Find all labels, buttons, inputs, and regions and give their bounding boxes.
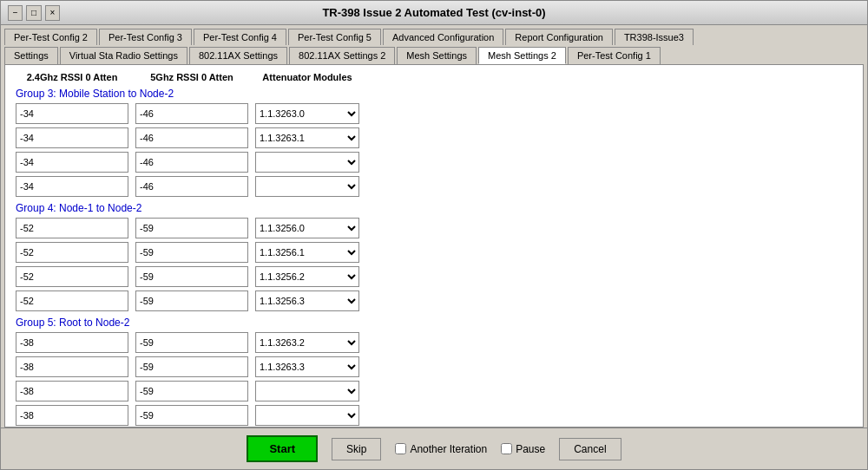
g5-r1-atten2[interactable] [135,332,248,353]
tab-virtual-sta-radio-settings[interactable]: Virtual Sta Radio Settings [60,47,187,64]
column-headers: 2.4Ghz RSSI 0 Atten 5Ghz RSSI 0 Atten At… [16,72,852,82]
start-button[interactable]: Start [247,435,318,462]
tab-mesh-settings-2[interactable]: Mesh Settings 2 [478,47,566,64]
table-row: 1.1.3263.0 [16,176,852,197]
g3-r4-module[interactable]: 1.1.3263.0 [255,176,359,197]
tab-per-test-config-5[interactable]: Per-Test Config 5 [288,29,381,45]
table-row: 1.1.3256.2 1.1.3256.0 1.1.3256.1 1.1.325… [16,266,852,287]
tabs-row1: Per-Test Config 2 Per-Test Config 3 Per-… [1,25,867,45]
close-button[interactable]: × [45,5,60,21]
g5-r3-module[interactable]: 1.1.3263.0 [255,381,359,401]
g5-r4-atten2[interactable] [135,405,248,426]
group5-label: Group 5: Root to Node-2 [16,317,852,329]
g4-r1-module[interactable]: 1.1.3256.0 1.1.3256.1 1.1.3256.2 1.1.325… [255,218,359,238]
tab-content: 2.4Ghz RSSI 0 Atten 5Ghz RSSI 0 Atten At… [4,64,864,428]
pause-label: Pause [501,443,545,455]
g3-r3-atten2[interactable] [135,152,248,173]
tab-80211ax-settings-2[interactable]: 802.11AX Settings 2 [289,47,395,64]
tab-report-configuration[interactable]: Report Configuration [505,29,613,45]
tab-per-test-config-4[interactable]: Per-Test Config 4 [194,29,286,45]
tab-settings[interactable]: Settings [4,47,58,64]
maximize-button[interactable]: □ [26,5,41,21]
g4-r4-atten2[interactable] [135,290,248,311]
g4-r2-atten2[interactable] [135,242,248,263]
table-row: 1.1.3263.2 1.1.3263.0 1.1.3263.1 1.1.326… [16,332,852,353]
g4-r2-atten1[interactable] [16,242,128,263]
g4-r3-module[interactable]: 1.1.3256.2 1.1.3256.0 1.1.3256.1 1.1.325… [255,266,359,287]
g4-r3-atten1[interactable] [16,266,128,287]
table-row: 1.1.3256.1 1.1.3256.0 1.1.3256.2 1.1.325… [16,242,852,263]
g5-r4-atten1[interactable] [16,405,128,426]
table-row: 1.1.3263.0 1.1.3263.1 1.1.3263.2 1.1.326… [16,103,852,124]
group3-label: Group 3: Mobile Station to Node-2 [16,88,852,100]
g4-r1-atten2[interactable] [135,218,248,238]
minimize-button[interactable]: − [8,5,23,21]
table-row: 1.1.3263.0 [16,381,852,401]
g4-r1-atten1[interactable] [16,218,128,238]
col-header-2: 5Ghz RSSI 0 Atten [135,72,248,82]
col-header-1: 2.4Ghz RSSI 0 Atten [16,72,128,82]
g5-r1-module[interactable]: 1.1.3263.2 1.1.3263.0 1.1.3263.1 1.1.326… [255,332,359,353]
g4-r4-atten1[interactable] [16,290,128,311]
window-title: TR-398 Issue 2 Automated Test (cv-inst-0… [60,6,808,19]
another-iteration-checkbox[interactable] [395,443,406,454]
g5-r2-atten1[interactable] [16,356,128,377]
skip-button[interactable]: Skip [332,438,381,460]
tab-per-test-config-3[interactable]: Per-Test Config 3 [99,29,192,45]
g4-r3-atten2[interactable] [135,266,248,287]
tabs-row2: Settings Virtual Sta Radio Settings 802.… [1,45,867,64]
tab-80211ax-settings[interactable]: 802.11AX Settings [189,47,287,64]
title-bar: − □ × TR-398 Issue 2 Automated Test (cv-… [1,1,867,25]
table-row: 1.1.3256.3 1.1.3256.0 1.1.3256.1 1.1.325… [16,290,852,311]
g3-r4-atten1[interactable] [16,176,128,197]
g5-r4-module[interactable]: 1.1.3263.0 [255,405,359,426]
g3-r2-module[interactable]: 1.1.3263.1 1.1.3263.0 1.1.3263.2 1.1.326… [255,127,359,148]
bottom-bar: Start Skip Another Iteration Pause Cance… [1,428,867,469]
g5-r3-atten1[interactable] [16,381,128,401]
another-iteration-label: Another Iteration [395,443,487,455]
pause-checkbox[interactable] [501,443,512,454]
g3-r4-atten2[interactable] [135,176,248,197]
g5-r2-module[interactable]: 1.1.3263.3 1.1.3263.0 1.1.3263.1 1.1.326… [255,356,359,377]
g3-r3-module[interactable]: 1.1.3263.0 [255,152,359,173]
col-header-3: Attenuator Modules [255,72,359,82]
g5-r1-atten1[interactable] [16,332,128,353]
table-row: 1.1.3263.0 [16,152,852,173]
tab-tr398-issue3[interactable]: TR398-Issue3 [615,29,694,45]
tab-per-test-config-2[interactable]: Per-Test Config 2 [4,29,97,45]
table-row: 1.1.3263.3 1.1.3263.0 1.1.3263.1 1.1.326… [16,356,852,377]
cancel-button[interactable]: Cancel [559,438,621,460]
g3-r3-atten1[interactable] [16,152,128,173]
table-row: 1.1.3263.0 [16,405,852,426]
table-row: 1.1.3263.1 1.1.3263.0 1.1.3263.2 1.1.326… [16,127,852,148]
main-window: − □ × TR-398 Issue 2 Automated Test (cv-… [0,0,868,470]
g5-r2-atten2[interactable] [135,356,248,377]
g3-r1-atten2[interactable] [135,103,248,124]
g5-r3-atten2[interactable] [135,381,248,401]
g4-r4-module[interactable]: 1.1.3256.3 1.1.3256.0 1.1.3256.1 1.1.325… [255,290,359,311]
tab-mesh-settings[interactable]: Mesh Settings [397,47,477,64]
tab-per-test-config-1[interactable]: Per-Test Config 1 [568,47,661,64]
g3-r2-atten1[interactable] [16,127,128,148]
g3-r1-module[interactable]: 1.1.3263.0 1.1.3263.1 1.1.3263.2 1.1.326… [255,103,359,124]
g3-r1-atten1[interactable] [16,103,128,124]
g3-r2-atten2[interactable] [135,127,248,148]
group4-label: Group 4: Node-1 to Node-2 [16,202,852,214]
tab-advanced-configuration[interactable]: Advanced Configuration [383,29,503,45]
g4-r2-module[interactable]: 1.1.3256.1 1.1.3256.0 1.1.3256.2 1.1.325… [255,242,359,263]
table-row: 1.1.3256.0 1.1.3256.1 1.1.3256.2 1.1.325… [16,218,852,238]
